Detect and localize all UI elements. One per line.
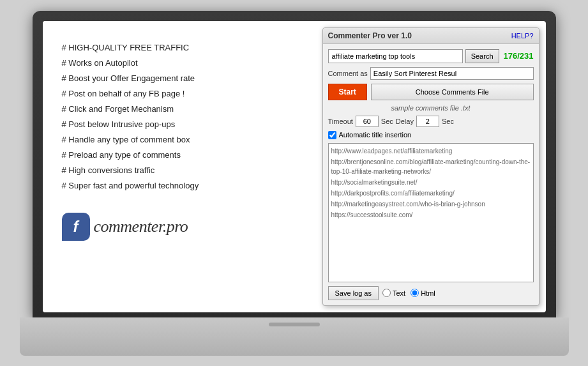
feature-item-8: # Preload any type of comments <box>62 148 310 163</box>
feature-item-1: # HIGH-QUALITY FREE TRAFFIC <box>62 40 310 56</box>
timeout-row: Timeout Sec Delay Sec <box>328 116 534 127</box>
feature-item-7: # Handle any type of comment box <box>62 132 310 148</box>
app-body: Search 176/231 Comment as Start Choose C… <box>323 44 539 305</box>
help-link[interactable]: HELP? <box>511 32 534 40</box>
feature-item-9: # High conversions traffic <box>62 163 310 178</box>
comment-as-input[interactable] <box>370 67 534 80</box>
screen: # HIGH-QUALITY FREE TRAFFIC # Works on A… <box>43 21 546 312</box>
start-button[interactable]: Start <box>328 84 367 100</box>
delay-input[interactable] <box>416 116 439 127</box>
urls-area: http://www.leadpages.net/affiliatemarket… <box>328 143 534 282</box>
delay-label: Delay <box>396 118 414 125</box>
auto-title-row: Automatic title insertion <box>328 131 534 139</box>
sec-label-1: Sec <box>381 118 393 125</box>
feature-item-4: # Post on behalf of any FB page ! <box>62 86 310 102</box>
logo-area: f commenter.pro <box>62 213 310 241</box>
sec-label-2: Sec <box>442 118 454 125</box>
sample-label: sample comments file .txt <box>328 104 534 112</box>
radio-html[interactable] <box>411 289 419 297</box>
search-row: Search 176/231 <box>328 49 534 63</box>
radio-text-label: Text <box>393 289 405 297</box>
search-input[interactable] <box>328 49 463 63</box>
count-display: 176/231 <box>502 51 534 61</box>
action-buttons-row: Start Choose Comments File <box>328 84 534 100</box>
save-log-button[interactable]: Save log as <box>328 286 379 300</box>
timeout-input[interactable] <box>356 116 379 127</box>
radio-text[interactable] <box>382 289 391 297</box>
auto-title-label: Automatic title insertion <box>339 131 412 139</box>
feature-item-3: # Boost your Offer Engagement rate <box>62 71 310 86</box>
app-titlebar: Commenter Pro ver 1.0 HELP? <box>323 28 539 44</box>
app-title: Commenter Pro ver 1.0 <box>328 31 412 40</box>
feature-item-5: # Click and Forget Mechanism <box>62 102 310 117</box>
app-window: Commenter Pro ver 1.0 HELP? Search 176/2… <box>322 27 539 306</box>
radio-text-option: Text <box>382 289 405 297</box>
screen-bezel: # HIGH-QUALITY FREE TRAFFIC # Works on A… <box>33 11 556 317</box>
features-list: # HIGH-QUALITY FREE TRAFFIC # Works on A… <box>62 40 310 194</box>
comment-as-label: Comment as <box>328 70 368 77</box>
auto-title-checkbox[interactable] <box>328 131 336 139</box>
radio-group: Text Html <box>382 289 435 297</box>
save-log-row: Save log as Text Html <box>328 286 534 300</box>
feature-item-2: # Works on Autopilot <box>62 56 310 71</box>
search-button[interactable]: Search <box>465 49 499 63</box>
comment-as-row: Comment as <box>328 67 534 80</box>
choose-file-button[interactable]: Choose Comments File <box>371 84 534 100</box>
laptop-container: # HIGH-QUALITY FREE TRAFFIC # Works on A… <box>20 11 569 356</box>
timeout-label: Timeout <box>328 118 353 125</box>
features-panel: # HIGH-QUALITY FREE TRAFFIC # Works on A… <box>43 21 322 312</box>
radio-html-label: Html <box>421 289 435 297</box>
laptop-base <box>20 317 569 356</box>
radio-html-option: Html <box>411 289 435 297</box>
logo-text: commenter.pro <box>94 217 188 236</box>
feature-item-10: # Super fast and powerful technology <box>62 178 310 194</box>
feature-item-6: # Post below Intrusive pop-ups <box>62 117 310 132</box>
facebook-icon: f <box>62 213 90 241</box>
